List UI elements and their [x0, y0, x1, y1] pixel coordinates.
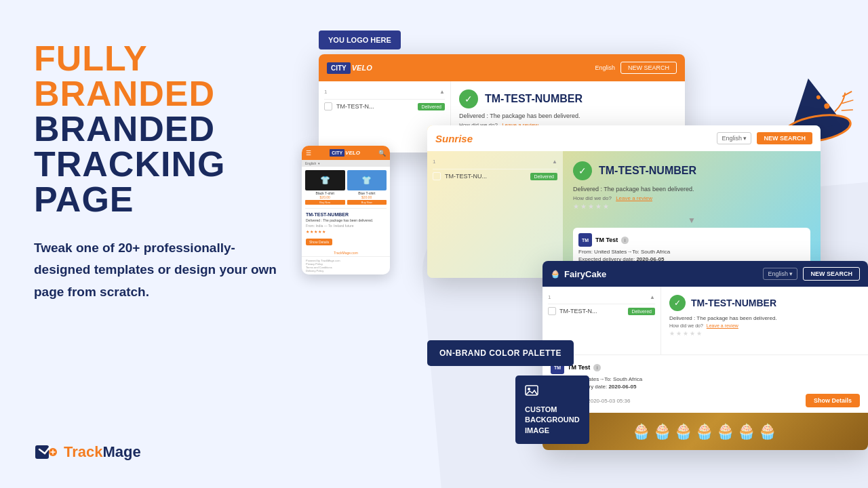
sunrise-check: ✓ [573, 161, 592, 180]
sunrise-from-to-text: From: United States→To: South Africa [578, 249, 805, 255]
tm-icon: TM [578, 233, 592, 247]
fairy-review-row: How did we do? Leave a review [669, 323, 860, 328]
fairy-stars: ★ ★ ★ ★ ★ [669, 330, 860, 337]
fairy-tm-header: TM TM Test i [551, 361, 860, 374]
info-icon: i [621, 237, 629, 244]
mobile-show-details-btn[interactable]: Show Details [306, 239, 332, 245]
detail-header-row: ✓ TM-TEST-NUMBER [459, 89, 677, 108]
green-check: ✓ [459, 89, 478, 108]
mobile-from-text: From: India — To: Ireland future [306, 224, 386, 228]
sunrise-logo: Sunrise [435, 133, 473, 144]
product-1: 👕 Black T-shirt $20.00 Buy Now [305, 170, 345, 205]
sunrise-status: Delivered [530, 173, 557, 180]
fairy-tn-large: TM-TEST-NUMBER [691, 298, 776, 308]
sunrise-window: Sunrise English ▾ NEW SEARCH 1▲ TM-TEST-… [427, 125, 821, 278]
product-price-1: $20.00 [305, 195, 345, 199]
mobile-city: CITY [330, 149, 344, 157]
fairy-checkbox [548, 307, 556, 315]
velo-text: VELO [352, 64, 372, 72]
image-icon [525, 384, 538, 397]
fairy-last-updated-row: Last Updated : 2020-05-03 05:36 Show Det… [551, 394, 860, 407]
mobile-footer: Powered by TrackMage.com Privacy Policy … [302, 257, 390, 274]
product-img-1: 👕 [305, 170, 345, 190]
sunrise-list-item: TM-TEST-NU... Delivered [433, 172, 557, 180]
new-search-btn[interactable]: NEW SEARCH [620, 62, 677, 74]
sunrise-tn-large: TM-TEST-NUMBER [599, 165, 696, 177]
sunrise-tm-header: TM TM Test i [578, 233, 805, 247]
fairycake-window: 🧁 FairyCake English ▾ NEW SEARCH 1▲ TM-T… [542, 261, 868, 450]
mobile-menu-icon: ☰ [306, 150, 311, 157]
fairy-info-icon: i [593, 364, 601, 371]
cityvelo-browser-bar: CITY VELO English NEW SEARCH [319, 54, 685, 81]
mobile-tracking: TM-TEST-NUMBER Delivered : The package h… [302, 209, 390, 249]
language-select[interactable]: English ▾ [717, 132, 751, 144]
english-label: English [595, 64, 615, 71]
mobile-search-icon: 🔍 [378, 150, 386, 157]
sunrise-list: 1▲ TM-TEST-NU... Delivered [427, 151, 563, 278]
logo-placeholder-badge: YOU LOGO HERE [319, 30, 401, 49]
new-search-btn-sunrise[interactable]: NEW SEARCH [757, 132, 812, 144]
mobile-velo: VELO [345, 150, 360, 156]
fairy-leave-review[interactable]: Leave a review [707, 323, 738, 328]
fairy-nav: English ▾ NEW SEARCH [763, 267, 860, 281]
mobile-submenu: English ▾ [302, 160, 390, 167]
fairy-tn-short: TM-TEST-N... [559, 308, 597, 314]
sunrise-detail-header: ✓ TM-TEST-NUMBER [573, 161, 810, 180]
fairy-lang[interactable]: English ▾ [763, 268, 797, 280]
sunrise-review-row: How did we do? Leave a review [573, 195, 810, 201]
heading-line1b: BRANDED [34, 111, 292, 146]
sunrise-stars: ★★★★★ [573, 203, 810, 210]
sunrise-leave-review[interactable]: Leave a review [616, 195, 652, 201]
fairy-browser-bar: 🧁 FairyCake English ▾ NEW SEARCH [542, 261, 868, 287]
logo-text: TrackMage [64, 443, 141, 461]
fairy-from-to-section: TM TM Test i From: United States→To: Sou… [542, 354, 868, 413]
product-img-2: 👕 [347, 170, 387, 190]
heading-line1: FULLY BRANDED [34, 41, 292, 111]
delivered-msg: Delivered : The package has been deliver… [459, 113, 677, 119]
sunrise-detail: ✓ TM-TEST-NUMBER Delivered : The package… [563, 151, 821, 278]
fairy-show-details-btn[interactable]: Show Details [806, 394, 860, 407]
svg-point-3 [528, 388, 530, 390]
sunrise-tn-short: TM-TEST-NU... [445, 173, 487, 180]
sunrise-delivered-msg: Delivered : The package has been deliver… [573, 186, 810, 192]
sunrise-nav: English ▾ NEW SEARCH [717, 132, 812, 144]
description-text: Tweak one of 20+ professionally-designed… [34, 237, 292, 303]
list-header: 1 ▲ [324, 87, 445, 100]
mobile-tn: TM-TEST-NUMBER [306, 212, 386, 217]
sunrise-content: 1▲ TM-TEST-NU... Delivered ✓ TM-TEST-NUM… [427, 151, 821, 278]
cityvelo-logo-container: CITY VELO [327, 62, 372, 74]
svg-line-11 [842, 108, 853, 112]
delivered-badge: Delivered [418, 103, 445, 110]
fairy-top-content: 1▲ TM-TEST-N... Delivered ✓ TM-TEST-NUMB… [542, 287, 868, 354]
checkbox [324, 102, 332, 110]
mobile-domain: TrackMage.com [302, 249, 390, 256]
svg-line-9 [842, 92, 852, 97]
mobile-logo: CITY VELO [330, 149, 360, 157]
city-text: CITY [327, 62, 351, 74]
color-palette-badge: ON-BRAND COLOR PALETTE [427, 340, 574, 366]
fairy-from-to-text: From: United States→To: South Africa [551, 376, 860, 382]
product-price-2: $20.00 [347, 195, 387, 199]
fairy-list-item: TM-TEST-N... Delivered [548, 307, 655, 315]
arrow-down: ▼ [573, 216, 810, 225]
buy-btn-2[interactable]: Buy Now [347, 200, 387, 205]
svg-line-10 [842, 100, 854, 104]
tm-test-label: TM Test [595, 237, 618, 243]
trackmage-logo: TrackMage [34, 440, 141, 464]
buy-btn-1[interactable]: Buy Now [305, 200, 345, 205]
sunrise-browser-bar: Sunrise English ▾ NEW SEARCH [427, 125, 821, 151]
tracking-number-large: TM-TEST-NUMBER [485, 93, 583, 105]
fairy-check: ✓ [669, 295, 686, 311]
fairy-cake-icon: 🧁 [551, 270, 560, 279]
mobile-stars: ★ ★ ★ ★ ★ [306, 229, 386, 234]
fairy-list-header: 1▲ [548, 292, 655, 304]
custom-bg-line1: CUSTOM [525, 405, 580, 415]
fairy-detail: ✓ TM-TEST-NUMBER Delivered : The package… [661, 287, 868, 354]
fairy-delivered-msg: Delivered : The package has been deliver… [669, 315, 860, 321]
custom-bg-line2: BACKGROUND [525, 415, 580, 425]
fairy-expected: Expected delivery date: 2020-06-05 [551, 384, 860, 390]
fairy-bg-image: 🧁🧁🧁🧁🧁🧁🧁 [542, 413, 868, 450]
fairy-new-search-btn[interactable]: NEW SEARCH [803, 267, 860, 281]
custom-bg-icon-row [525, 384, 580, 400]
sunrise-list-header: 1▲ [433, 157, 557, 169]
